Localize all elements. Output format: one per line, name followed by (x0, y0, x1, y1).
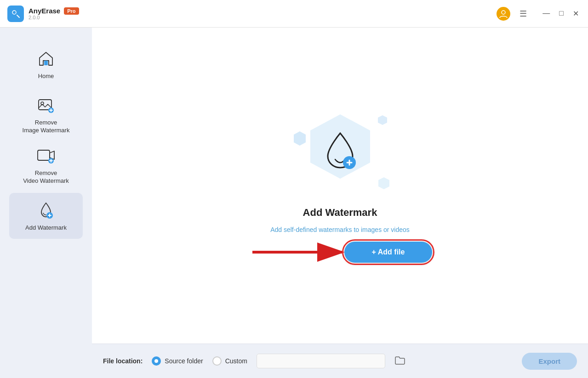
window-controls: — □ ✕ (541, 8, 581, 19)
browse-folder-button[interactable] (394, 355, 405, 367)
maximize-button[interactable]: □ (557, 8, 565, 19)
sidebar-item-add-watermark-label: Add Watermark (25, 224, 67, 232)
export-button[interactable]: Export (522, 353, 577, 370)
title-bar: AnyErase Pro 2.0.0 ☰ — □ ✕ (0, 0, 588, 28)
source-folder-radio[interactable] (152, 356, 161, 366)
user-avatar-icon[interactable] (497, 7, 510, 21)
content-area: Add Watermark Add self-defined watermark… (92, 28, 588, 378)
bottom-bar: File location: Source folder Custom Expo… (92, 344, 588, 378)
close-button[interactable]: ✕ (571, 8, 581, 19)
svg-marker-13 (378, 177, 389, 189)
source-folder-option[interactable]: Source folder (152, 356, 203, 366)
custom-path-input[interactable] (257, 354, 385, 368)
file-location-label: File location: (103, 357, 143, 365)
watermark-illustration (290, 107, 391, 199)
content-main: Add Watermark Add self-defined watermark… (92, 28, 588, 344)
svg-point-2 (502, 11, 505, 14)
pro-badge: Pro (64, 7, 79, 15)
sidebar-item-remove-video[interactable]: RemoveVideo Watermark (9, 142, 83, 188)
menu-icon[interactable]: ☰ (519, 9, 527, 19)
main-layout: Home RemoveImage Watermark RemoveVideo W… (0, 28, 588, 378)
app-info: AnyErase Pro 2.0.0 (29, 7, 79, 20)
sidebar-item-home[interactable]: Home (9, 41, 83, 87)
svg-marker-12 (378, 115, 387, 125)
source-folder-label: Source folder (165, 357, 203, 365)
sidebar: Home RemoveImage Watermark RemoveVideo W… (0, 28, 92, 378)
svg-marker-11 (294, 131, 306, 146)
sidebar-item-add-watermark[interactable]: Add Watermark (9, 193, 83, 239)
svg-rect-3 (44, 61, 48, 65)
main-subtitle: Add self-defined watermarks to images or… (270, 226, 410, 233)
app-version: 2.0.0 (29, 15, 79, 20)
custom-option[interactable]: Custom (212, 356, 247, 366)
titlebar-controls: ☰ — □ ✕ (497, 7, 581, 21)
add-file-button[interactable]: + Add file (344, 242, 433, 263)
svg-rect-7 (38, 150, 50, 160)
main-title: Add Watermark (303, 207, 377, 219)
sidebar-item-home-label: Home (38, 73, 54, 80)
sidebar-item-remove-image-label: RemoveImage Watermark (23, 119, 70, 135)
sidebar-item-remove-image[interactable]: RemoveImage Watermark (9, 92, 83, 138)
sidebar-item-remove-video-label: RemoveVideo Watermark (23, 169, 69, 185)
app-logo (7, 6, 24, 22)
app-name-text: AnyErase (29, 7, 60, 15)
custom-radio[interactable] (212, 356, 222, 366)
custom-label: Custom (225, 357, 247, 365)
minimize-button[interactable]: — (541, 8, 552, 19)
